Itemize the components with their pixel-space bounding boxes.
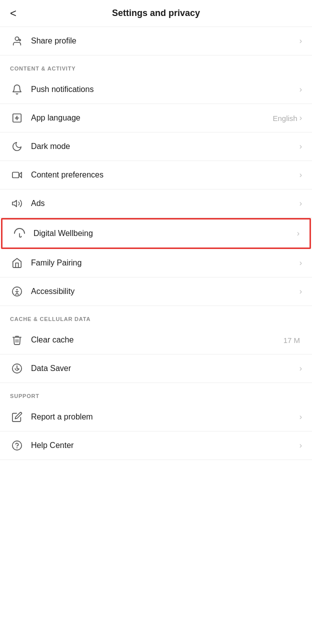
ads-icon	[10, 196, 24, 210]
report-problem-chevron: ›	[300, 412, 302, 422]
help-center-chevron: ›	[300, 441, 302, 450]
section-label-support: SUPPORT	[0, 383, 312, 403]
setting-row-dark-mode[interactable]: Dark mode›	[0, 132, 312, 161]
section-label-cache-cellular: CACHE & CELLULAR DATA	[0, 306, 312, 326]
clear-cache-value: 17 M	[284, 336, 300, 344]
dark-mode-chevron: ›	[300, 142, 302, 151]
accessibility-icon	[10, 284, 24, 298]
app-language-label: App language	[31, 114, 272, 122]
setting-row-family-pairing[interactable]: Family Pairing›	[0, 249, 312, 278]
digital-wellbeing-label: Digital Wellbeing	[34, 229, 297, 238]
ads-chevron: ›	[300, 199, 302, 208]
back-button[interactable]: <	[10, 7, 16, 20]
family-pairing-icon	[10, 256, 24, 270]
setting-row-data-saver[interactable]: Data Saver›	[0, 354, 312, 383]
app-language-icon: A	[10, 111, 24, 125]
share-profile-icon	[10, 34, 24, 48]
page-title: Settings and privacy	[112, 8, 200, 18]
digital-wellbeing-chevron: ›	[297, 229, 300, 238]
accessibility-chevron: ›	[300, 287, 302, 296]
report-problem-label: Report a problem	[31, 412, 300, 422]
content-preferences-label: Content preferences	[31, 170, 300, 180]
content-preferences-chevron: ›	[300, 170, 302, 180]
report-problem-icon	[10, 410, 24, 424]
digital-wellbeing-icon	[12, 226, 26, 240]
data-saver-label: Data Saver	[31, 364, 300, 373]
dark-mode-label: Dark mode	[31, 142, 300, 151]
push-notifications-icon	[10, 82, 24, 96]
svg-point-9	[12, 441, 22, 450]
share-profile-chevron: ›	[300, 36, 302, 46]
setting-row-help-center[interactable]: Help Center›	[0, 432, 312, 460]
share-profile-label: Share profile	[31, 36, 300, 46]
setting-row-push-notifications[interactable]: Push notifications›	[0, 76, 312, 104]
app-language-chevron: ›	[300, 114, 302, 122]
family-pairing-label: Family Pairing	[31, 258, 300, 268]
section-label-content-activity: CONTENT & ACTIVITY	[0, 56, 312, 76]
setting-row-ads[interactable]: Ads›	[0, 190, 312, 218]
setting-row-clear-cache[interactable]: Clear cache17 M	[0, 326, 312, 354]
push-notifications-chevron: ›	[300, 85, 302, 94]
ads-label: Ads	[31, 199, 300, 208]
setting-row-content-preferences[interactable]: Content preferences›	[0, 161, 312, 190]
data-saver-icon	[10, 362, 24, 376]
accessibility-label: Accessibility	[31, 287, 300, 296]
push-notifications-label: Push notifications	[31, 85, 300, 94]
svg-marker-4	[19, 172, 22, 178]
svg-text:A: A	[15, 116, 18, 120]
setting-row-digital-wellbeing[interactable]: Digital Wellbeing›	[1, 218, 311, 249]
setting-row-app-language[interactable]: AApp languageEnglish›	[0, 104, 312, 132]
dark-mode-icon	[10, 140, 24, 154]
svg-point-7	[16, 289, 18, 290]
svg-marker-5	[12, 200, 16, 207]
setting-row-report-problem[interactable]: Report a problem›	[0, 403, 312, 432]
content-preferences-icon	[10, 168, 24, 182]
help-center-icon	[10, 438, 24, 452]
help-center-label: Help Center	[31, 441, 300, 450]
clear-cache-label: Clear cache	[31, 336, 284, 344]
svg-rect-3	[12, 172, 19, 178]
data-saver-chevron: ›	[300, 364, 302, 373]
header: < Settings and privacy	[0, 0, 312, 27]
clear-cache-icon	[10, 333, 24, 347]
setting-row-accessibility[interactable]: Accessibility›	[0, 278, 312, 306]
app-language-value: English	[272, 114, 297, 122]
share-profile-row[interactable]: Share profile ›	[0, 27, 312, 56]
family-pairing-chevron: ›	[300, 258, 302, 268]
